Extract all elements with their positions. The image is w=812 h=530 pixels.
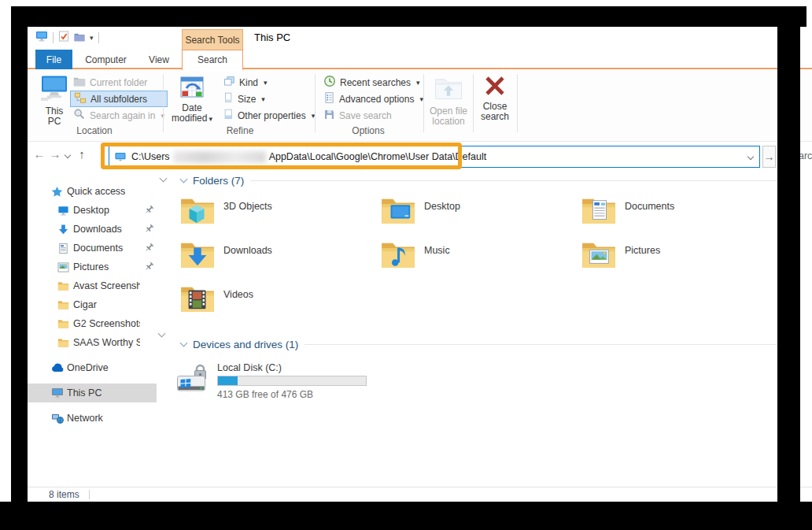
folder-tile-label: Music — [424, 245, 450, 256]
folder-tile-label: Downloads — [223, 245, 272, 256]
tab-computer[interactable]: Computer — [76, 50, 135, 69]
ribbon-item-label: Current folder — [90, 77, 147, 88]
ribbon-item-all-subfolders[interactable]: All subfolders — [70, 91, 168, 107]
sidebar-item-quick-access[interactable]: Quick access — [28, 182, 172, 201]
ribbon-item-label: Recent searches — [340, 77, 411, 88]
sidebar-item-label: This PC — [67, 387, 102, 398]
drives-section-title: Devices and drives (1) — [193, 339, 298, 350]
pc-icon — [51, 387, 64, 398]
black-border-left — [11, 6, 28, 502]
sidebar-item-label: Documents — [73, 243, 123, 254]
ribbon-item-save-search: Save search — [320, 107, 426, 124]
title-bar: ▾ Search Tools This PC — [28, 27, 812, 50]
tile-pictures-icon — [581, 239, 617, 272]
folder-tile-documents[interactable]: Documents — [581, 195, 781, 239]
group-separator — [315, 74, 316, 132]
go-to-button[interactable]: → — [762, 146, 776, 168]
folder-tile-label: Videos — [223, 289, 253, 300]
folder-tile-pictures[interactable]: Pictures — [581, 239, 781, 284]
ribbon-item-advanced-options[interactable]: Advanced options▾ — [320, 91, 426, 107]
sidebar-item-downloads[interactable]: Downloads — [28, 220, 172, 239]
subfolders-icon — [74, 91, 87, 106]
pin-icon — [144, 243, 154, 255]
local-disk-icon — [175, 361, 211, 400]
ribbon-tab-row: FileComputerViewSearch — [28, 50, 812, 69]
sidebar-item-desktop[interactable]: Desktop — [28, 201, 172, 220]
pin-icon — [144, 261, 154, 274]
props-icon — [223, 108, 234, 123]
ribbon-item-other-properties[interactable]: Other properties▾ — [220, 107, 318, 124]
folders-section-header[interactable]: Folders (7) — [173, 172, 812, 189]
sidebar-item-pictures[interactable]: Pictures — [28, 258, 172, 276]
sidebar-item-cigar[interactable]: Cigar — [28, 295, 172, 314]
dropdown-arrow-icon: ▾ — [261, 95, 265, 103]
explorer-window: ▾ Search Tools This PC FileComputerViewS… — [28, 27, 812, 502]
back-button[interactable]: ← — [32, 147, 46, 161]
tile-desktop-icon — [380, 195, 416, 228]
sidebar-item-onedrive[interactable]: OneDrive — [28, 358, 172, 377]
star-icon — [51, 186, 63, 198]
ribbon-button-date-modified[interactable]: Date modified▾ — [166, 75, 218, 124]
black-border-bottom — [0, 502, 812, 530]
black-border-top — [11, 6, 806, 27]
group-label-location: Location — [43, 125, 146, 136]
ribbon-item-label: Other properties — [238, 110, 306, 121]
folder-tile-desktop[interactable]: Desktop — [380, 195, 581, 239]
forward-button[interactable]: → — [48, 147, 62, 161]
ribbon-item-label: Save search — [339, 110, 392, 121]
group-separator — [517, 74, 518, 132]
sidebar-item-this-pc[interactable]: This PC — [28, 384, 172, 402]
sidebar-item-documents[interactable]: Documents — [28, 239, 172, 258]
folder-icon — [57, 319, 69, 328]
sidebar-item-g2-screenshots[interactable]: G2 Screenshots — [28, 314, 172, 333]
folders-section-title: Folders (7) — [193, 175, 244, 187]
sidebar-item-avast-screenshots[interactable]: Avast Screenshots — [28, 276, 172, 295]
tile-3d-icon — [179, 195, 216, 228]
size-icon — [223, 91, 234, 106]
tab-search[interactable]: Search — [182, 50, 243, 71]
folder-gray-icon — [73, 76, 86, 89]
status-divider — [89, 490, 90, 499]
screenshot-stage: ▾ Search Tools This PC FileComputerViewS… — [0, 0, 812, 530]
ribbon-item-kind[interactable]: Kind▾ — [220, 74, 318, 91]
folder-tile-label: Pictures — [625, 245, 660, 256]
ribbon: This PCCurrent folderAll subfoldersSearc… — [28, 71, 812, 142]
folder-tile-label: Desktop — [424, 201, 460, 212]
qat-dropdown-icon[interactable]: ▾ — [90, 34, 94, 42]
folder-tile-downloads[interactable]: Downloads — [179, 239, 380, 284]
quick-access-toolbar: ▾ — [35, 31, 99, 45]
ribbon-button-open-file-location: Open file location — [427, 75, 470, 127]
search-input[interactable]: arc — [799, 150, 812, 161]
sidebar-item-label: OneDrive — [67, 362, 109, 373]
item-count: 8 items — [49, 489, 79, 500]
ribbon-item-recent-searches[interactable]: Recent searches▾ — [320, 74, 426, 91]
properties-icon[interactable] — [58, 31, 69, 45]
sidebar-item-saas-worthy-screen[interactable]: SAAS Worthy Screen — [28, 333, 172, 352]
new-folder-icon[interactable] — [74, 31, 85, 45]
sidebar-item-network[interactable]: Network — [28, 409, 172, 428]
history-dropdown-icon[interactable] — [65, 152, 71, 158]
sidebar-item-label: Desktop — [73, 205, 109, 216]
drive-tile[interactable]: Local Disk (C:) 413 GB free of 476 GB — [175, 361, 812, 400]
download-icon — [57, 224, 69, 235]
folder-tile-3d-objects[interactable]: 3D Objects — [179, 195, 380, 239]
folder-tile-label: 3D Objects — [223, 201, 272, 212]
tile-downloads-icon — [179, 239, 216, 272]
group-separator — [473, 74, 474, 132]
tab-file[interactable]: File — [35, 50, 72, 69]
tab-view[interactable]: View — [139, 50, 179, 69]
sidebar-item-label: Pictures — [73, 261, 109, 272]
address-dropdown-icon[interactable] — [747, 154, 754, 160]
collapse-chevron-icon[interactable] — [180, 175, 188, 183]
folder-tile-music[interactable]: Music — [380, 239, 581, 284]
ribbon-button-close-search[interactable]: Close search — [477, 75, 513, 122]
ribbon-item-size[interactable]: Size▾ — [220, 91, 318, 107]
collapse-chevron-icon[interactable] — [180, 339, 188, 347]
folder-tile-videos[interactable]: Videos — [179, 284, 380, 328]
search-tools-contextual-tab: Search Tools — [182, 29, 243, 50]
ribbon-button-this-pc[interactable]: This PC — [38, 75, 71, 127]
up-button[interactable]: ↑ — [75, 147, 89, 161]
qat-separator — [53, 32, 54, 43]
drives-section-header[interactable]: Devices and drives (1) — [173, 335, 812, 353]
tile-videos-icon — [179, 284, 216, 317]
